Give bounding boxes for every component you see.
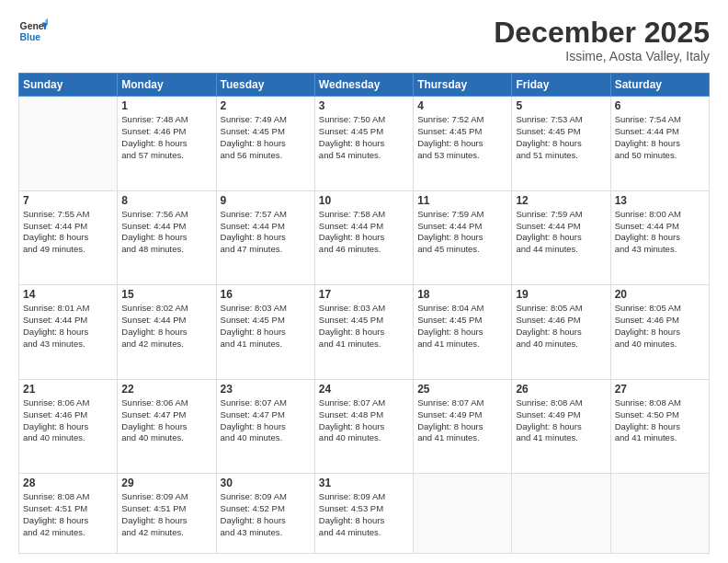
day-info: Sunrise: 8:03 AM Sunset: 4:45 PM Dayligh… xyxy=(221,303,311,350)
day-cell xyxy=(610,474,709,554)
day-number: 26 xyxy=(516,383,606,396)
day-number: 4 xyxy=(417,99,507,112)
day-info: Sunrise: 8:07 AM Sunset: 4:47 PM Dayligh… xyxy=(221,397,311,444)
day-info: Sunrise: 8:06 AM Sunset: 4:46 PM Dayligh… xyxy=(23,397,113,444)
day-cell: 19Sunrise: 8:05 AM Sunset: 4:46 PM Dayli… xyxy=(512,285,610,380)
col-thursday: Thursday xyxy=(414,74,512,97)
day-cell: 13Sunrise: 8:00 AM Sunset: 4:44 PM Dayli… xyxy=(610,190,709,285)
col-friday: Friday xyxy=(512,74,610,97)
day-number: 20 xyxy=(615,288,705,301)
calendar-table: Sunday Monday Tuesday Wednesday Thursday… xyxy=(18,73,710,554)
day-info: Sunrise: 8:08 AM Sunset: 4:49 PM Dayligh… xyxy=(516,397,606,444)
day-number: 21 xyxy=(23,383,113,396)
col-monday: Monday xyxy=(118,74,216,97)
day-cell: 11Sunrise: 7:59 AM Sunset: 4:44 PM Dayli… xyxy=(414,190,512,285)
day-info: Sunrise: 7:52 AM Sunset: 4:45 PM Dayligh… xyxy=(417,114,507,161)
day-cell: 22Sunrise: 8:06 AM Sunset: 4:47 PM Dayli… xyxy=(118,379,216,474)
day-info: Sunrise: 7:54 AM Sunset: 4:44 PM Dayligh… xyxy=(615,114,705,161)
day-number: 19 xyxy=(516,288,606,301)
day-number: 2 xyxy=(221,99,311,112)
logo: General Blue xyxy=(18,17,48,46)
day-info: Sunrise: 8:07 AM Sunset: 4:48 PM Dayligh… xyxy=(319,397,409,444)
day-info: Sunrise: 8:06 AM Sunset: 4:47 PM Dayligh… xyxy=(121,397,211,444)
day-info: Sunrise: 8:01 AM Sunset: 4:44 PM Dayligh… xyxy=(23,303,113,350)
day-cell: 30Sunrise: 8:09 AM Sunset: 4:52 PM Dayli… xyxy=(216,474,314,554)
day-info: Sunrise: 7:56 AM Sunset: 4:44 PM Dayligh… xyxy=(121,209,211,256)
day-number: 25 xyxy=(417,383,507,396)
day-info: Sunrise: 7:59 AM Sunset: 4:44 PM Dayligh… xyxy=(516,209,606,256)
day-cell: 6Sunrise: 7:54 AM Sunset: 4:44 PM Daylig… xyxy=(610,97,709,191)
day-number: 31 xyxy=(319,477,409,489)
col-wednesday: Wednesday xyxy=(314,74,413,97)
week-row-3: 14Sunrise: 8:01 AM Sunset: 4:44 PM Dayli… xyxy=(19,285,710,380)
day-cell: 3Sunrise: 7:50 AM Sunset: 4:45 PM Daylig… xyxy=(314,97,413,191)
day-cell: 15Sunrise: 8:02 AM Sunset: 4:44 PM Dayli… xyxy=(118,285,216,380)
page: General Blue December 2025 Issime, Aosta… xyxy=(0,0,728,563)
day-info: Sunrise: 7:55 AM Sunset: 4:44 PM Dayligh… xyxy=(23,209,113,256)
day-number: 7 xyxy=(23,194,113,207)
svg-text:Blue: Blue xyxy=(20,32,41,42)
day-number: 8 xyxy=(121,194,211,207)
day-info: Sunrise: 8:08 AM Sunset: 4:51 PM Dayligh… xyxy=(23,491,113,538)
day-number: 24 xyxy=(319,383,409,396)
col-saturday: Saturday xyxy=(610,74,709,97)
day-cell: 12Sunrise: 7:59 AM Sunset: 4:44 PM Dayli… xyxy=(512,190,610,285)
day-cell: 9Sunrise: 7:57 AM Sunset: 4:44 PM Daylig… xyxy=(216,190,314,285)
day-cell: 14Sunrise: 8:01 AM Sunset: 4:44 PM Dayli… xyxy=(19,285,118,380)
day-number: 22 xyxy=(121,383,211,396)
day-info: Sunrise: 8:05 AM Sunset: 4:46 PM Dayligh… xyxy=(615,303,705,350)
day-number: 28 xyxy=(23,477,113,489)
header: General Blue December 2025 Issime, Aosta… xyxy=(18,17,710,63)
day-number: 12 xyxy=(516,194,606,207)
day-info: Sunrise: 7:48 AM Sunset: 4:46 PM Dayligh… xyxy=(121,114,211,161)
day-info: Sunrise: 8:09 AM Sunset: 4:53 PM Dayligh… xyxy=(319,491,409,538)
title-block: December 2025 Issime, Aosta Valley, Ital… xyxy=(494,17,710,63)
day-info: Sunrise: 8:03 AM Sunset: 4:45 PM Dayligh… xyxy=(319,303,409,350)
day-cell: 25Sunrise: 8:07 AM Sunset: 4:49 PM Dayli… xyxy=(414,379,512,474)
day-cell: 31Sunrise: 8:09 AM Sunset: 4:53 PM Dayli… xyxy=(314,474,413,554)
day-cell: 27Sunrise: 8:08 AM Sunset: 4:50 PM Dayli… xyxy=(610,379,709,474)
day-cell: 4Sunrise: 7:52 AM Sunset: 4:45 PM Daylig… xyxy=(414,97,512,191)
day-number: 18 xyxy=(417,288,507,301)
header-row: Sunday Monday Tuesday Wednesday Thursday… xyxy=(19,74,710,97)
day-number: 17 xyxy=(319,288,409,301)
day-cell: 16Sunrise: 8:03 AM Sunset: 4:45 PM Dayli… xyxy=(216,285,314,380)
day-info: Sunrise: 8:02 AM Sunset: 4:44 PM Dayligh… xyxy=(121,303,211,350)
day-cell xyxy=(414,474,512,554)
week-row-5: 28Sunrise: 8:08 AM Sunset: 4:51 PM Dayli… xyxy=(19,474,710,554)
day-cell: 7Sunrise: 7:55 AM Sunset: 4:44 PM Daylig… xyxy=(19,190,118,285)
day-cell: 23Sunrise: 8:07 AM Sunset: 4:47 PM Dayli… xyxy=(216,379,314,474)
col-sunday: Sunday xyxy=(19,74,118,97)
day-number: 15 xyxy=(121,288,211,301)
day-number: 23 xyxy=(221,383,311,396)
day-info: Sunrise: 8:07 AM Sunset: 4:49 PM Dayligh… xyxy=(417,397,507,444)
day-cell: 18Sunrise: 8:04 AM Sunset: 4:45 PM Dayli… xyxy=(414,285,512,380)
day-cell: 21Sunrise: 8:06 AM Sunset: 4:46 PM Dayli… xyxy=(19,379,118,474)
logo-icon: General Blue xyxy=(18,17,48,46)
day-info: Sunrise: 7:59 AM Sunset: 4:44 PM Dayligh… xyxy=(417,209,507,256)
day-cell: 8Sunrise: 7:56 AM Sunset: 4:44 PM Daylig… xyxy=(118,190,216,285)
day-info: Sunrise: 7:53 AM Sunset: 4:45 PM Dayligh… xyxy=(516,114,606,161)
day-number: 3 xyxy=(319,99,409,112)
day-cell xyxy=(19,97,118,191)
day-number: 10 xyxy=(319,194,409,207)
day-cell: 20Sunrise: 8:05 AM Sunset: 4:46 PM Dayli… xyxy=(610,285,709,380)
day-number: 9 xyxy=(221,194,311,207)
day-number: 5 xyxy=(516,99,606,112)
week-row-4: 21Sunrise: 8:06 AM Sunset: 4:46 PM Dayli… xyxy=(19,379,710,474)
day-number: 14 xyxy=(23,288,113,301)
day-info: Sunrise: 7:50 AM Sunset: 4:45 PM Dayligh… xyxy=(319,114,409,161)
day-cell: 29Sunrise: 8:09 AM Sunset: 4:51 PM Dayli… xyxy=(118,474,216,554)
day-info: Sunrise: 8:09 AM Sunset: 4:52 PM Dayligh… xyxy=(221,491,311,538)
day-info: Sunrise: 8:05 AM Sunset: 4:46 PM Dayligh… xyxy=(516,303,606,350)
day-info: Sunrise: 7:58 AM Sunset: 4:44 PM Dayligh… xyxy=(319,209,409,256)
day-cell: 26Sunrise: 8:08 AM Sunset: 4:49 PM Dayli… xyxy=(512,379,610,474)
month-title: December 2025 xyxy=(494,17,710,49)
day-cell: 24Sunrise: 8:07 AM Sunset: 4:48 PM Dayli… xyxy=(314,379,413,474)
day-number: 27 xyxy=(615,383,705,396)
col-tuesday: Tuesday xyxy=(216,74,314,97)
day-cell: 2Sunrise: 7:49 AM Sunset: 4:45 PM Daylig… xyxy=(216,97,314,191)
day-number: 6 xyxy=(615,99,705,112)
day-number: 16 xyxy=(221,288,311,301)
day-cell: 10Sunrise: 7:58 AM Sunset: 4:44 PM Dayli… xyxy=(314,190,413,285)
